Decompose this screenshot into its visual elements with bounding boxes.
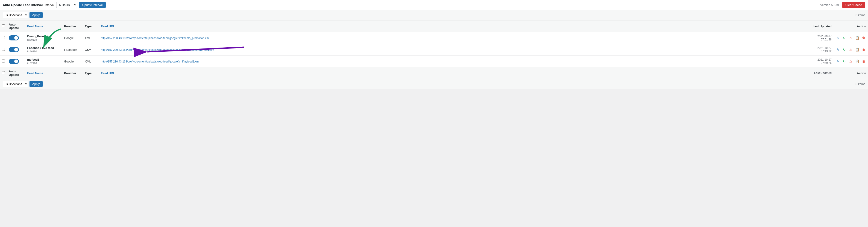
update-interval-button[interactable]: Update Interval (79, 2, 106, 8)
warning-icon-0[interactable]: ⚠ (848, 35, 853, 40)
row-type-0: XML (83, 32, 99, 44)
row-provider-1: Facebook (62, 44, 83, 55)
footer-action: Action (833, 67, 868, 79)
toggle-switch-2[interactable] (9, 59, 19, 64)
copy-icon-1[interactable]: 📋 (855, 47, 860, 52)
bulk-actions-select-bottom[interactable]: Bulk Actions Delete (3, 81, 28, 87)
warning-icon-2[interactable]: ⚠ (848, 59, 853, 64)
row-checkbox-input-1[interactable] (2, 48, 5, 51)
row-last-updated-1: 2021-10-2707:43:32 (801, 44, 833, 55)
interval-select[interactable]: 1 Hour 2 Hours 6 Hours 12 Hours 24 Hours (56, 2, 77, 8)
bottom-toolbar: Bulk Actions Delete Apply 3 items (0, 79, 868, 89)
select-all-header (0, 21, 7, 32)
row-checkbox-input-0[interactable] (2, 36, 5, 39)
top-toolbar: Bulk Actions Delete Apply 3 items (0, 10, 868, 20)
row-checkbox-input-2[interactable] (2, 60, 5, 63)
delete-icon-0[interactable]: 🗑 (861, 35, 866, 40)
copy-icon-2[interactable]: 📋 (855, 59, 860, 64)
row-provider-0: Google (62, 32, 83, 44)
feed-url-link-2[interactable]: http://157.230.43.163/pro/wp-content/upl… (101, 60, 199, 63)
row-feed-name-2: myfeed1id:62106 (25, 55, 62, 67)
bulk-actions-select-top[interactable]: Bulk Actions Delete (3, 12, 28, 18)
feed-name-header[interactable]: Feed Name (25, 21, 62, 32)
provider-header: Provider (62, 21, 83, 32)
row-feed-url-2: http://157.230.43.163/pro/wp-content/upl… (99, 55, 801, 67)
footer-check (0, 67, 7, 79)
toolbar-left: Bulk Actions Delete Apply (3, 12, 42, 18)
edit-icon-1[interactable]: ✎ (835, 47, 840, 52)
row-feed-name-0: Demo_Promotionid:70119 (25, 32, 62, 44)
row-checkbox-2 (0, 55, 7, 67)
row-feed-name-1: Facebook live feedid:66250 (25, 44, 62, 55)
row-checkbox-1 (0, 44, 7, 55)
version-label: Version 5.2.91 (820, 3, 839, 7)
row-feed-url-1: http://157.230.43.163/pro/wp-content/upl… (99, 44, 801, 55)
feed-table: Auto Update Feed Name Provider Type Feed… (0, 20, 868, 79)
bottom-toolbar-left: Bulk Actions Delete Apply (3, 81, 42, 87)
row-type-2: XML (83, 55, 99, 67)
items-count-bottom: 3 items (856, 82, 865, 86)
copy-icon-0[interactable]: 📋 (855, 35, 860, 40)
row-last-updated-0: 2021-10-2707:51:38 (801, 32, 833, 44)
feed-table-wrap: Auto Update Feed Name Provider Type Feed… (0, 20, 868, 79)
row-actions-1: ✎ ↻ ⚠ 📋 🗑 (833, 44, 868, 55)
feed-url-header[interactable]: Feed URL (99, 21, 801, 32)
last-updated-header: Last Updated (801, 21, 833, 32)
table-footer-row: Auto Update Feed Name Provider Type Feed… (0, 67, 868, 79)
type-header: Type (83, 21, 99, 32)
top-bar-left: Auto Update Feed Interval Interval 1 Hou… (3, 2, 106, 8)
table-row: Demo_Promotionid:70119GoogleXMLhttp://15… (0, 32, 868, 44)
edit-icon-2[interactable]: ✎ (835, 59, 840, 64)
feed-url-link-1[interactable]: http://157.230.43.163/pro/wp-content/upl… (101, 48, 214, 51)
refresh-icon-1[interactable]: ↻ (842, 47, 847, 52)
footer-provider: Provider (62, 67, 83, 79)
toggle-switch-0[interactable] (9, 35, 19, 40)
footer-auto-update: Auto Update (7, 67, 25, 79)
page-title: Auto Update Feed Interval (3, 3, 42, 7)
footer-feed-url[interactable]: Feed URL (99, 67, 801, 79)
row-type-1: CSV (83, 44, 99, 55)
toggle-switch-1[interactable] (9, 47, 19, 52)
auto-update-header: Auto Update (7, 21, 25, 32)
footer-type: Type (83, 67, 99, 79)
top-bar: Auto Update Feed Interval Interval 1 Hou… (0, 0, 868, 10)
delete-icon-1[interactable]: 🗑 (861, 47, 866, 52)
top-bar-right: Version 5.2.91 Clear Cache (820, 2, 865, 8)
apply-button-bottom[interactable]: Apply (30, 81, 42, 87)
refresh-icon-0[interactable]: ↻ (842, 35, 847, 40)
row-last-updated-2: 2021-10-2707:49:26 (801, 55, 833, 67)
table-header-row: Auto Update Feed Name Provider Type Feed… (0, 21, 868, 32)
table-row: Facebook live feedid:66250FacebookCSVhtt… (0, 44, 868, 55)
items-count-top: 3 items (856, 13, 865, 17)
feed-url-link-0[interactable]: http://157.230.43.163/pro/wp-content/upl… (101, 37, 209, 40)
row-toggle-2 (7, 55, 25, 67)
footer-feed-name[interactable]: Feed Name (25, 67, 62, 79)
row-toggle-1 (7, 44, 25, 55)
interval-label: Interval (44, 3, 54, 7)
row-provider-2: Google (62, 55, 83, 67)
warning-icon-1[interactable]: ⚠ (848, 47, 853, 52)
row-feed-url-0: http://157.230.43.163/pro/wp-content/upl… (99, 32, 801, 44)
row-actions-2: ✎ ↻ ⚠ 📋 🗑 (833, 55, 868, 67)
apply-button-top[interactable]: Apply (30, 12, 42, 18)
row-actions-0: ✎ ↻ ⚠ 📋 🗑 (833, 32, 868, 44)
delete-icon-2[interactable]: 🗑 (861, 59, 866, 64)
row-checkbox-0 (0, 32, 7, 44)
table-row: myfeed1id:62106GoogleXMLhttp://157.230.4… (0, 55, 868, 67)
row-toggle-0 (7, 32, 25, 44)
clear-cache-button[interactable]: Clear Cache (842, 2, 865, 8)
edit-icon-0[interactable]: ✎ (835, 35, 840, 40)
footer-select-all-checkbox[interactable] (2, 71, 5, 74)
select-all-checkbox[interactable] (2, 24, 5, 27)
footer-last-updated: Last Updated (801, 67, 833, 79)
refresh-icon-2[interactable]: ↻ (842, 59, 847, 64)
action-header: Action (833, 21, 868, 32)
